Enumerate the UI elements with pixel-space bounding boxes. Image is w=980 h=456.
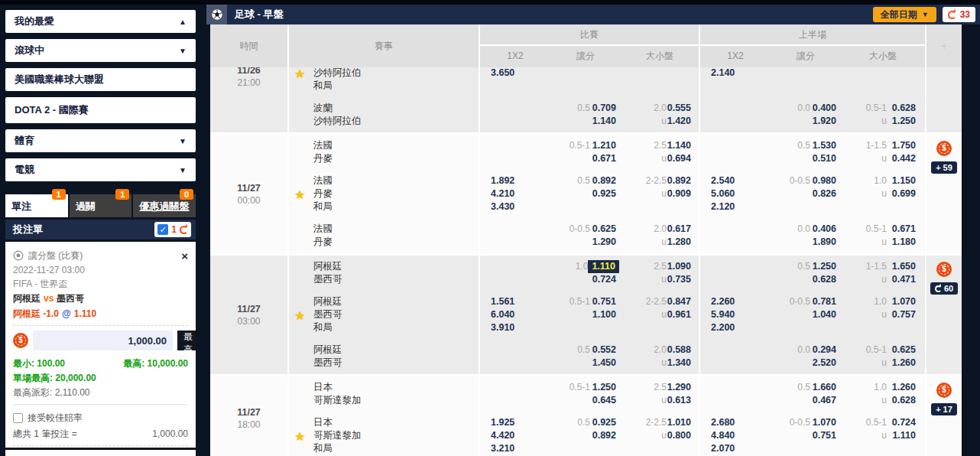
odds-value-selected[interactable]: 1.110 — [588, 260, 619, 273]
odds-value[interactable]: 0.645 — [592, 394, 621, 407]
odds-value[interactable]: 0.961 — [667, 308, 699, 321]
tab-promo-parlay[interactable]: 優惠過關盤 0 — [133, 194, 196, 217]
odds-value[interactable]: 0.613 — [667, 394, 699, 407]
close-icon[interactable]: × — [181, 249, 188, 262]
tab-parlay[interactable]: 過關 1 — [70, 194, 132, 217]
odds-value[interactable]: 1.750 — [892, 139, 925, 152]
odds-value[interactable]: 0.751 — [592, 295, 621, 308]
odds-value[interactable]: 0.925 — [592, 187, 621, 200]
date-filter-button[interactable]: 全部日期 ▼ — [873, 7, 936, 22]
odds-value[interactable]: 1.561 — [480, 295, 550, 308]
odds-value[interactable]: 1.090 — [667, 260, 699, 273]
odds-value[interactable]: 0.588 — [667, 344, 699, 357]
odds-value[interactable]: 1.070 — [892, 295, 925, 308]
odds-value[interactable]: 1.250 — [813, 260, 841, 273]
odds-value[interactable]: 3.430 — [480, 200, 550, 213]
odds-value[interactable]: 4.420 — [480, 429, 550, 442]
odds-value[interactable]: 0.406 — [813, 223, 841, 236]
odds-value[interactable]: 2.070 — [700, 442, 771, 455]
odds-value[interactable]: 0.751 — [813, 429, 841, 442]
odds-value[interactable]: 0.442 — [892, 152, 925, 165]
odds-value[interactable]: 2.520 — [813, 357, 841, 370]
odds-value[interactable]: 3.650 — [480, 67, 550, 80]
max-stake-button[interactable]: 最高 — [177, 331, 196, 350]
checkbox-checked-icon[interactable] — [157, 224, 168, 235]
bet-builder-chip-icon[interactable] — [936, 262, 952, 277]
odds-value[interactable]: 1.070 — [813, 416, 841, 429]
odds-value[interactable]: 0.467 — [813, 394, 841, 407]
odds-value[interactable]: 0.555 — [667, 102, 699, 115]
odds-value[interactable]: 2.260 — [700, 295, 771, 308]
odds-value[interactable]: 0.757 — [892, 308, 925, 321]
odds-value[interactable]: 1.892 — [480, 174, 550, 187]
odds-value[interactable]: 1.340 — [667, 357, 699, 370]
odds-value[interactable]: 0.628 — [892, 102, 925, 115]
odds-value[interactable]: 0.671 — [592, 152, 621, 165]
odds-value[interactable]: 5.940 — [700, 308, 771, 321]
sidebar-item-sports[interactable]: 體育 ▼ — [5, 129, 196, 152]
odds-value[interactable]: 2.540 — [700, 174, 771, 187]
odds-value[interactable]: 1.010 — [667, 416, 699, 429]
odds-value[interactable]: 1.180 — [892, 236, 925, 249]
odds-value[interactable]: 0.628 — [813, 273, 841, 286]
odds-value[interactable]: 1.280 — [667, 236, 699, 249]
odds-value[interactable]: 0.925 — [592, 416, 621, 429]
odds-value[interactable]: 0.724 — [592, 273, 621, 286]
odds-value[interactable]: 2.120 — [700, 200, 771, 213]
odds-value[interactable]: 0.800 — [667, 429, 699, 442]
sidebar-item-mlb[interactable]: 美國職業棒球大聯盟 — [5, 68, 196, 91]
odds-value[interactable]: 1.290 — [667, 381, 699, 394]
accept-better-odds-checkbox[interactable] — [13, 413, 23, 423]
odds-value[interactable]: 1.450 — [592, 357, 621, 370]
odds-value[interactable]: 1.210 — [592, 139, 621, 152]
odds-value[interactable]: 1.140 — [592, 115, 621, 128]
bet-builder-chip-icon[interactable] — [936, 141, 952, 156]
odds-value[interactable]: 0.909 — [667, 187, 699, 200]
favorite-star-icon[interactable]: ★ — [294, 187, 305, 200]
odds-value[interactable]: 0.724 — [892, 416, 925, 429]
stake-input[interactable] — [33, 331, 173, 350]
odds-value[interactable]: 0.694 — [667, 152, 699, 165]
odds-value[interactable]: 1.250 — [592, 381, 621, 394]
odds-value[interactable]: 1.530 — [813, 139, 841, 152]
odds-value[interactable]: 0.980 — [813, 174, 841, 187]
odds-value[interactable]: 0.671 — [892, 223, 925, 236]
odds-value[interactable]: 4.840 — [700, 429, 771, 442]
odds-value[interactable]: 1.040 — [813, 308, 841, 321]
odds-value[interactable]: 5.060 — [700, 187, 771, 200]
odds-value[interactable]: 0.735 — [667, 273, 699, 286]
odds-value[interactable]: 0.826 — [813, 187, 841, 200]
odds-value[interactable]: 0.552 — [592, 344, 621, 357]
odds-value[interactable]: 1.925 — [480, 416, 550, 429]
odds-value[interactable]: 2.200 — [700, 321, 771, 334]
sidebar-item-esports[interactable]: 電競 ▼ — [5, 158, 196, 181]
sidebar-item-dota2[interactable]: DOTA 2 - 國際賽 — [5, 97, 196, 123]
odds-value[interactable]: 0.892 — [592, 429, 621, 442]
odds-value[interactable]: 0.471 — [892, 273, 925, 286]
odds-value[interactable]: 4.210 — [480, 187, 550, 200]
odds-value[interactable]: 2.140 — [700, 67, 771, 80]
odds-value[interactable]: 1.290 — [592, 236, 621, 249]
odds-value[interactable]: 0.709 — [592, 102, 621, 115]
favorite-star-icon[interactable]: ★ — [294, 429, 305, 442]
odds-value[interactable]: 1.650 — [892, 260, 925, 273]
odds-value[interactable]: 6.040 — [480, 308, 550, 321]
odds-value[interactable]: 0.847 — [667, 295, 699, 308]
odds-value[interactable]: 1.660 — [813, 381, 841, 394]
refresh-icon[interactable] — [180, 226, 188, 234]
odds-value[interactable]: 0.510 — [813, 152, 841, 165]
odds-value[interactable]: 0.400 — [813, 102, 841, 115]
more-markets-badge[interactable]: + 59 — [931, 161, 957, 174]
odds-value[interactable]: 3.210 — [480, 442, 550, 455]
odds-value[interactable]: 1.140 — [667, 139, 699, 152]
odds-value[interactable]: 0.699 — [892, 187, 925, 200]
odds-value[interactable]: 0.892 — [667, 174, 699, 187]
sidebar-item-favorites[interactable]: 我的最愛 ▲ — [5, 10, 196, 33]
favorite-star-icon[interactable]: ★ — [294, 308, 305, 321]
sidebar-item-live[interactable]: 滾球中 ▼ — [5, 39, 196, 62]
betslip-counter-pill[interactable]: 1 — [154, 222, 191, 237]
cashout-refresh-badge[interactable]: 60 — [930, 282, 958, 295]
odds-value[interactable]: 2.680 — [700, 416, 771, 429]
odds-value[interactable]: 0.781 — [813, 295, 841, 308]
odds-value[interactable]: 1.110 — [892, 429, 925, 442]
